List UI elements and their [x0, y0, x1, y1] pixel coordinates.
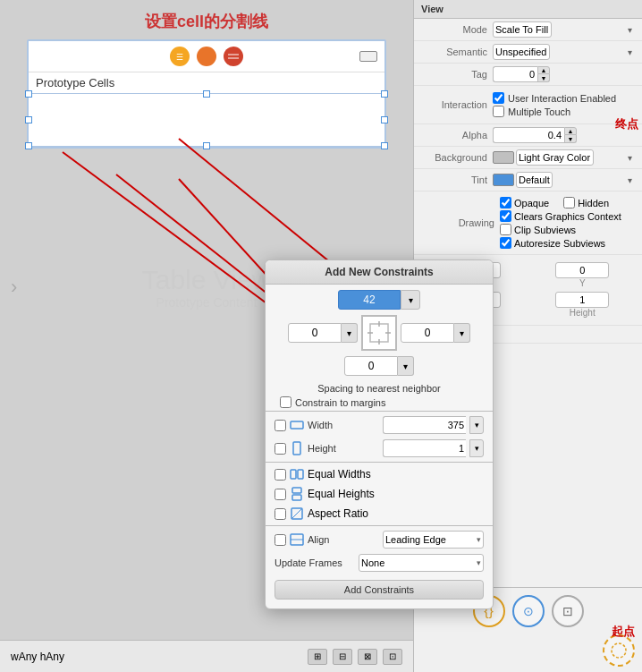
background-select-wrapper: Light Gray Color	[516, 149, 635, 166]
bottom-icon-2[interactable]: ⊟	[333, 649, 352, 665]
top-constraint-arrow-btn[interactable]: ▾	[401, 290, 420, 310]
resize-handle-ml[interactable]	[25, 116, 32, 123]
aspect-ratio-checkbox[interactable]	[275, 508, 286, 520]
equal-heights-checkbox[interactable]	[275, 489, 286, 500]
alpha-stepper-btns: ▲ ▼	[564, 127, 577, 143]
bottom-icon-3[interactable]: ⊠	[358, 649, 377, 665]
drag-handle[interactable]	[359, 51, 377, 62]
circle-icon-3[interactable]: ⊡	[552, 595, 584, 627]
clears-checkbox[interactable]	[500, 210, 511, 222]
aspect-ratio-label: Aspect Ratio	[308, 507, 368, 520]
constraint-center-icon	[361, 315, 397, 351]
user-interaction-checkbox[interactable]	[493, 92, 504, 104]
drawing-section: Drawing Opaque Hidden Clears Graphics Co…	[414, 191, 642, 255]
resize-handle-br[interactable]	[381, 142, 388, 149]
tag-stepper: ▲ ▼	[493, 66, 550, 82]
cell-content-area[interactable]	[29, 93, 384, 147]
tint-row: Tint Default	[414, 169, 642, 191]
mode-label: Mode	[421, 24, 493, 35]
tint-color-swatch[interactable]	[493, 174, 514, 186]
width-checkbox[interactable]	[275, 420, 286, 431]
clip-label: Clip Subviews	[514, 225, 576, 235]
toolbar-icon-yellow[interactable]: ☰	[170, 47, 190, 66]
left-constraint-btn[interactable]: ▾	[342, 323, 358, 343]
width-value-input[interactable]	[383, 416, 466, 434]
mode-select[interactable]: Scale To Fill	[493, 21, 552, 38]
background-select[interactable]: Light Gray Color	[516, 149, 594, 166]
add-constraints-button[interactable]: Add Constraints	[275, 580, 484, 600]
resize-handle-mr[interactable]	[381, 116, 388, 123]
interaction-label: Interaction	[421, 99, 493, 110]
equal-widths-checkbox[interactable]	[275, 469, 286, 481]
align-icon	[290, 532, 304, 547]
nav-arrow-left[interactable]: ›	[11, 276, 17, 299]
bottom-icon-4[interactable]: ⊡	[383, 649, 402, 665]
tag-input[interactable]	[493, 66, 537, 82]
bottom-constraint-btn[interactable]: ▾	[398, 356, 414, 376]
right-constraint-btn[interactable]: ▾	[454, 323, 470, 343]
user-interaction-row: User Interaction Enabled	[493, 91, 616, 105]
resize-handle-tr[interactable]	[381, 90, 388, 98]
constraint-middle-row: ▾ ▾	[266, 311, 493, 354]
align-select[interactable]: Leading Edge	[383, 531, 484, 549]
bottom-icon-1[interactable]: ⊞	[308, 649, 327, 665]
semantic-select[interactable]: Unspecified	[493, 44, 550, 60]
height-value-input[interactable]	[383, 439, 466, 457]
svg-rect-2	[202, 52, 211, 61]
update-frames-select[interactable]: None	[359, 554, 484, 572]
alpha-increment[interactable]: ▲	[564, 127, 577, 135]
prototype-cells-label: Prototype Cells	[36, 76, 114, 89]
resize-handle-tm[interactable]	[203, 90, 210, 98]
semantic-row: Semantic Unspecified	[414, 41, 642, 64]
resize-handle-bm[interactable]	[203, 142, 210, 149]
equal-widths-label: Equal Widths	[308, 468, 371, 481]
right-constraint-input[interactable]	[401, 323, 454, 343]
width-stepper-btn[interactable]: ▾	[469, 416, 484, 434]
toolbar-icon-orange[interactable]	[197, 47, 216, 66]
update-frames-row: Update Frames None	[266, 551, 493, 574]
dashed-circle-inner	[609, 641, 629, 660]
tint-select[interactable]: Default	[516, 172, 553, 188]
update-frames-select-wrapper: None	[359, 554, 484, 572]
resize-handle-tl[interactable]	[25, 90, 32, 98]
interaction-header-row: Interaction User Interaction Enabled Mul…	[421, 89, 635, 121]
y-input[interactable]	[555, 262, 609, 278]
left-constraint-input[interactable]	[288, 323, 342, 343]
autoresize-label: Autoresize Subviews	[514, 238, 605, 249]
alpha-stepper: ▲ ▼	[493, 127, 577, 143]
top-constraint-input[interactable]	[338, 290, 401, 310]
drawing-label: Drawing	[428, 217, 500, 228]
height-checkbox[interactable]	[275, 443, 286, 455]
alpha-input[interactable]	[493, 127, 564, 143]
clip-checkbox[interactable]	[500, 224, 511, 235]
toolbar-icon-red[interactable]	[224, 47, 243, 66]
align-row: Align Leading Edge	[266, 528, 493, 551]
align-checkbox[interactable]	[275, 534, 286, 546]
aspect-ratio-row: Aspect Ratio	[266, 504, 493, 523]
right-constraint-pair: ▾	[401, 323, 470, 343]
hidden-checkbox[interactable]	[563, 197, 575, 208]
equal-heights-label: Equal Heights	[308, 488, 375, 500]
multiple-touch-checkbox[interactable]	[493, 106, 504, 117]
width-label: Width	[308, 420, 379, 430]
height-input[interactable]	[555, 292, 609, 308]
end-point-label: 终点	[615, 116, 638, 132]
table-view-container: ☰ Prototype Cells	[27, 39, 386, 149]
circle-icon-2[interactable]: ⊙	[512, 595, 545, 627]
svg-line-23	[291, 508, 302, 519]
height-coord-label: Height	[570, 308, 596, 318]
autoresize-checkbox[interactable]	[500, 237, 511, 249]
height-stepper-btn[interactable]: ▾	[469, 439, 484, 457]
height-value-wrapper	[383, 439, 466, 457]
background-color-swatch[interactable]	[493, 151, 514, 164]
opaque-checkbox[interactable]	[500, 197, 511, 208]
autoresize-checkbox-row: Autoresize Subviews	[500, 236, 621, 250]
alpha-decrement[interactable]: ▼	[564, 135, 577, 143]
constrain-margins-checkbox[interactable]	[280, 396, 291, 408]
tag-stepper-btns: ▲ ▼	[537, 66, 550, 82]
bottom-constraint-input[interactable]	[344, 356, 398, 376]
resize-handle-bl[interactable]	[25, 142, 32, 149]
alpha-label: Alpha	[421, 130, 493, 140]
tag-increment[interactable]: ▲	[537, 66, 550, 74]
tag-decrement[interactable]: ▼	[537, 74, 550, 82]
